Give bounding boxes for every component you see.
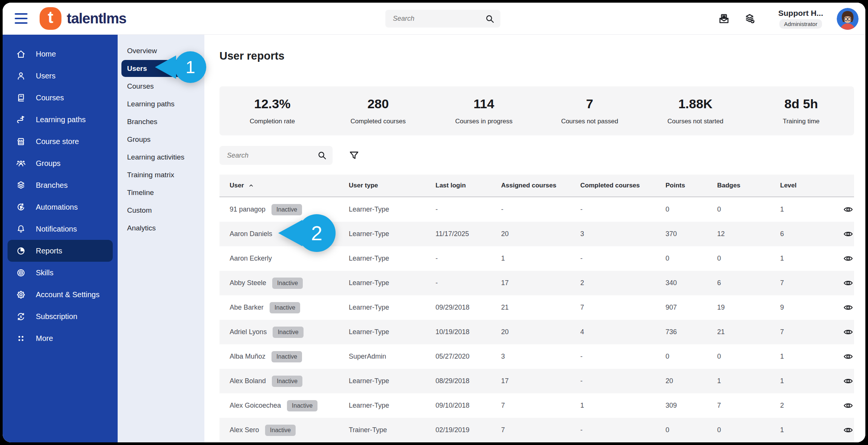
column-header-last-login[interactable]: Last login (436, 182, 501, 189)
column-header-user[interactable]: User (230, 182, 349, 189)
table-row-abe-barker[interactable]: Abe Barker Inactive Learner-Type 09/29/2… (219, 295, 854, 320)
completed-courses-cell: 1 (580, 402, 666, 410)
assigned-courses-cell: 7 (501, 402, 580, 410)
sidebar-item-learning-paths[interactable]: Learning paths (8, 109, 113, 130)
eye-icon[interactable] (843, 229, 853, 239)
eye-icon[interactable] (843, 327, 853, 337)
subnav-item-learning-activities[interactable]: Learning activities (121, 149, 201, 166)
search-icon[interactable] (317, 150, 327, 161)
user-menu[interactable]: Support H... Administrator (778, 9, 823, 29)
level-cell: 1 (780, 255, 842, 262)
level-cell: 2 (780, 402, 842, 410)
subnav-item-timeline[interactable]: Timeline (121, 184, 201, 201)
column-header-badges[interactable]: Badges (717, 182, 780, 189)
level-cell: 1 (780, 206, 842, 213)
last-login-cell: - (436, 255, 501, 262)
user-reports-table: UserUser typeLast loginAssigned coursesC… (219, 175, 854, 442)
eye-icon[interactable] (843, 302, 853, 313)
table-row-adriel-lyons[interactable]: Adriel Lyons Inactive Learner-Type 10/19… (219, 320, 854, 344)
table-row-alex-boland[interactable]: Alex Boland Inactive Learner-Type 08/29/… (219, 369, 854, 393)
subnav-item-users[interactable]: Users (121, 60, 201, 77)
avatar[interactable] (837, 8, 859, 30)
sidebar-item-users[interactable]: Users (8, 65, 113, 87)
sidebar-item-account-settings[interactable]: Account & Settings (8, 284, 113, 305)
column-header-assigned-courses[interactable]: Assigned courses (501, 182, 580, 189)
table-row-abby-steele[interactable]: Abby Steele Inactive Learner-Type - 17 2… (219, 271, 854, 295)
course-stack-icon[interactable] (744, 13, 756, 25)
badges-cell: 0 (717, 426, 780, 434)
sidebar-item-skills[interactable]: Skills (8, 262, 113, 284)
stat-label: Completed courses (351, 118, 406, 125)
eye-icon[interactable] (843, 376, 853, 386)
user-name: Support H... (778, 9, 823, 18)
table-body: 91 panagop Inactive Learner-Type - - - 0… (219, 197, 854, 442)
sidebar-item-automations[interactable]: Automations (8, 196, 113, 218)
eye-icon[interactable] (843, 400, 853, 411)
inactive-status-badge: Inactive (265, 425, 296, 436)
points-cell: 0 (666, 426, 717, 434)
assigned-courses-cell: 20 (501, 328, 580, 336)
sidebar-item-home[interactable]: Home (8, 43, 113, 65)
column-header-completed-courses[interactable]: Completed courses (580, 182, 666, 189)
last-login-cell: 08/29/2018 (436, 377, 501, 385)
subnav-item-groups[interactable]: Groups (121, 131, 201, 148)
column-header-user-type[interactable]: User type (349, 182, 436, 189)
table-row-alex-sero[interactable]: Alex Sero Inactive Trainer-Type 02/19/20… (219, 418, 854, 442)
subnav-item-learning-paths[interactable]: Learning paths (121, 95, 201, 112)
sidebar-item-course-store[interactable]: Course store (8, 130, 113, 152)
stat-training-time: 8d 5h Training time (748, 86, 854, 135)
global-search-input[interactable] (392, 14, 485, 23)
brand-logo[interactable]: t talentlms (40, 7, 126, 30)
table-row-aaron-daniels[interactable]: Aaron Daniels Learner-Type 11/17/2025 20… (219, 222, 854, 246)
sidebar-item-groups[interactable]: Groups (8, 152, 113, 174)
subnav-item-courses[interactable]: Courses (121, 78, 201, 95)
stat-label: Courses not passed (561, 118, 618, 125)
user-name-cell: 91 panagop (230, 206, 265, 213)
level-cell: 6 (780, 230, 842, 238)
search-icon[interactable] (485, 14, 495, 24)
eye-icon[interactable] (843, 278, 853, 288)
table-search[interactable] (219, 146, 333, 165)
user-name-cell: Alex Goicoechea (230, 402, 281, 410)
subnav-item-analytics[interactable]: Analytics (121, 219, 201, 236)
inbox-message-icon[interactable] (718, 13, 730, 25)
column-header-level[interactable]: Level (780, 182, 842, 189)
sort-ascending-icon[interactable] (248, 182, 255, 189)
filter-icon[interactable] (348, 150, 360, 161)
sidebar-item-reports[interactable]: Reports (8, 240, 113, 262)
sidebar-item-courses[interactable]: Courses (8, 87, 113, 109)
user-type-cell: Learner-Type (349, 402, 436, 410)
badges-cell: 1 (717, 377, 780, 385)
topbar: t talentlms Support H... Administrator (3, 3, 865, 35)
sidebar-item-notifications[interactable]: Notifications (8, 218, 113, 240)
user-name-cell: Aaron Eckerly (230, 255, 272, 262)
settings-icon (16, 290, 26, 300)
table-row-aaron-eckerly[interactable]: Aaron Eckerly Learner-Type - 1 - 0 0 1 (219, 246, 854, 271)
sidebar-item-subscription[interactable]: $ Subscription (8, 305, 113, 327)
table-row-alex-goicoechea[interactable]: Alex Goicoechea Inactive Learner-Type 09… (219, 393, 854, 418)
subnav-item-branches[interactable]: Branches (121, 113, 201, 130)
stat-label: Courses in progress (455, 118, 512, 125)
inactive-status-badge: Inactive (271, 351, 302, 362)
assigned-courses-cell: - (501, 206, 580, 213)
subnav-item-training-matrix[interactable]: Training matrix (121, 166, 201, 183)
column-header-points[interactable]: Points (666, 182, 717, 189)
eye-icon[interactable] (843, 253, 853, 264)
table-row-91-panagop[interactable]: 91 panagop Inactive Learner-Type - - - 0… (219, 197, 854, 222)
talentlms-logo-icon: t (40, 7, 61, 30)
stat-completion-rate: 12.3% Completion rate (219, 86, 325, 135)
hamburger-menu-button[interactable] (15, 13, 28, 24)
global-search[interactable] (385, 10, 500, 28)
stat-label: Courses not started (667, 118, 723, 125)
user-name-cell: Abe Barker (230, 304, 264, 312)
sidebar-item-branches[interactable]: Branches (8, 174, 113, 196)
stat-value: 7 (586, 97, 593, 111)
table-search-input[interactable] (226, 151, 317, 160)
eye-icon[interactable] (843, 204, 853, 215)
eye-icon[interactable] (843, 425, 853, 435)
table-row-alba-mu-oz[interactable]: Alba Muñoz Inactive SuperAdmin 05/27/202… (219, 344, 854, 369)
sidebar-item-more[interactable]: More (8, 327, 113, 349)
subnav-item-custom[interactable]: Custom (121, 202, 201, 219)
subnav-item-overview[interactable]: Overview (121, 42, 201, 59)
eye-icon[interactable] (843, 351, 853, 362)
